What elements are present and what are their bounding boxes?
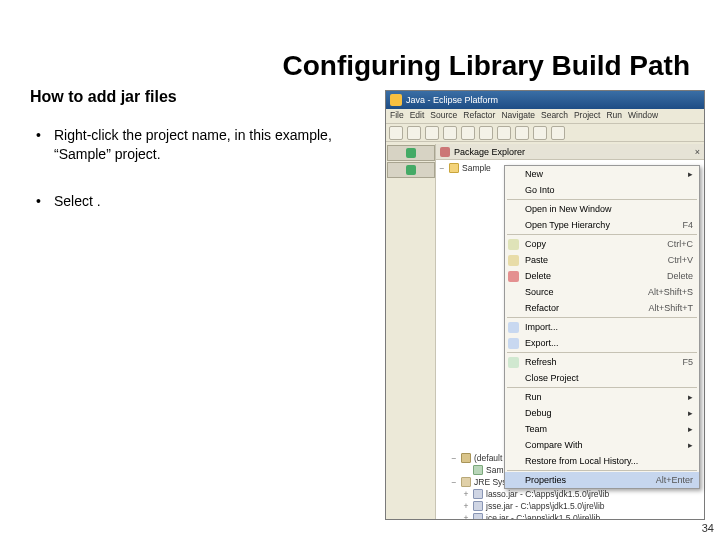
expand-icon[interactable]: − [438,163,446,173]
view-header-title: Package Explorer [454,147,525,157]
context-menu[interactable]: New▸Go IntoOpen in New WindowOpen Type H… [504,165,700,489]
expand-icon[interactable]: + [462,513,470,519]
context-menu-item[interactable]: CopyCtrl+C [505,236,699,252]
submenu-arrow-icon: ▸ [688,408,693,418]
menu-navigate[interactable]: Navigate [501,110,535,122]
context-menu-item[interactable]: Restore from Local History... [505,453,699,469]
view-icon [406,148,416,158]
tree-jar[interactable]: + jsse.jar - C:\apps\jdk1.5.0\jre\lib [438,500,702,512]
window-title: Java - Eclipse Platform [406,95,498,105]
context-menu-item[interactable]: Import... [505,319,699,335]
menu-item-label: Restore from Local History... [525,456,638,466]
menu-item-label: Copy [525,239,546,249]
project-icon [449,163,459,173]
menu-item-label: Properties [525,475,566,485]
view-icon [406,165,416,175]
jar-icon [473,501,483,511]
menu-source[interactable]: Source [430,110,457,122]
context-menu-item[interactable]: Debug▸ [505,405,699,421]
menu-item-icon [508,239,519,250]
context-menu-item[interactable]: PasteCtrl+V [505,252,699,268]
menu-item-label: Close Project [525,373,579,383]
context-menu-item[interactable]: Go Into [505,182,699,198]
window-titlebar[interactable]: Java - Eclipse Platform [386,91,704,109]
jar-icon [473,489,483,499]
menu-bar[interactable]: File Edit Source Refactor Navigate Searc… [386,109,704,124]
context-menu-item[interactable]: Team▸ [505,421,699,437]
view-header[interactable]: Package Explorer × [436,144,704,160]
context-menu-item[interactable]: Open Type HierarchyF4 [505,217,699,233]
menu-item-label: Import... [525,322,558,332]
submenu-arrow-icon: ▸ [688,440,693,450]
toolbar [386,124,704,142]
toolbar-button[interactable] [389,126,403,140]
menu-shortcut: Delete [667,271,693,281]
expand-icon[interactable]: + [462,489,470,499]
toolbar-button[interactable] [515,126,529,140]
menu-item-label: New [525,169,543,179]
menu-shortcut: Alt+Shift+T [648,303,693,313]
context-menu-item[interactable]: Run▸ [505,389,699,405]
toolbar-button[interactable] [407,126,421,140]
menu-item-icon [508,255,519,266]
context-menu-item[interactable]: Close Project [505,370,699,386]
menu-search[interactable]: Search [541,110,568,122]
view-tab[interactable] [387,162,435,178]
menu-item-label: Export... [525,338,559,348]
submenu-arrow-icon: ▸ [688,424,693,434]
expand-icon[interactable]: − [450,453,458,463]
toolbar-button[interactable] [497,126,511,140]
menu-shortcut: F4 [682,220,693,230]
menu-shortcut: Ctrl+V [668,255,693,265]
context-menu-item[interactable]: Open in New Window [505,201,699,217]
close-icon[interactable]: × [695,147,700,157]
toolbar-button[interactable] [443,126,457,140]
submenu-arrow-icon: ▸ [688,169,693,179]
submenu-arrow-icon: ▸ [688,392,693,402]
java-file-icon [473,465,483,475]
bullet-list: Right-click the project name, in this ex… [0,106,345,211]
toolbar-button[interactable] [461,126,475,140]
menu-refactor[interactable]: Refactor [463,110,495,122]
context-menu-item[interactable]: New▸ [505,166,699,182]
expand-icon[interactable]: + [462,501,470,511]
menu-item-label: Team [525,424,547,434]
menu-edit[interactable]: Edit [410,110,425,122]
menu-item-label: Paste [525,255,548,265]
slide-title: Configuring Library Build Path [0,0,720,86]
tree-jar[interactable]: + jce.jar - C:\apps\jdk1.5.0\jre\lib [438,512,702,519]
menu-item-label: Compare With [525,440,583,450]
menu-item-icon [508,322,519,333]
toolbar-button[interactable] [479,126,493,140]
package-icon [461,453,471,463]
context-menu-item[interactable]: RefreshF5 [505,354,699,370]
menu-item-icon [508,357,519,368]
toolbar-button[interactable] [551,126,565,140]
toolbar-button[interactable] [425,126,439,140]
menu-run[interactable]: Run [606,110,622,122]
menu-shortcut: F5 [682,357,693,367]
context-menu-item[interactable]: Export... [505,335,699,351]
toolbar-button[interactable] [533,126,547,140]
context-menu-item[interactable]: RefactorAlt+Shift+T [505,300,699,316]
eclipse-screenshot: Java - Eclipse Platform File Edit Source… [385,90,705,520]
context-menu-item[interactable]: Compare With▸ [505,437,699,453]
view-header-icon [440,147,450,157]
bullet-item: Right-click the project name, in this ex… [30,126,345,164]
app-icon [390,94,402,106]
menu-item-label: Open in New Window [525,204,612,214]
menu-item-label: Run [525,392,542,402]
menu-window[interactable]: Window [628,110,658,122]
context-menu-item[interactable]: SourceAlt+Shift+S [505,284,699,300]
menu-item-label: Refactor [525,303,559,313]
tree-jar[interactable]: + lasso.jar - C:\apps\jdk1.5.0\jre\lib [438,488,702,500]
menu-file[interactable]: File [390,110,404,122]
library-icon [461,477,471,487]
bullet-item: Select . [30,192,345,211]
view-tab[interactable] [387,145,435,161]
context-menu-item[interactable]: PropertiesAlt+Enter [505,472,699,488]
expand-icon[interactable]: − [450,477,458,487]
menu-project[interactable]: Project [574,110,600,122]
context-menu-item[interactable]: DeleteDelete [505,268,699,284]
page-number: 34 [702,522,714,534]
